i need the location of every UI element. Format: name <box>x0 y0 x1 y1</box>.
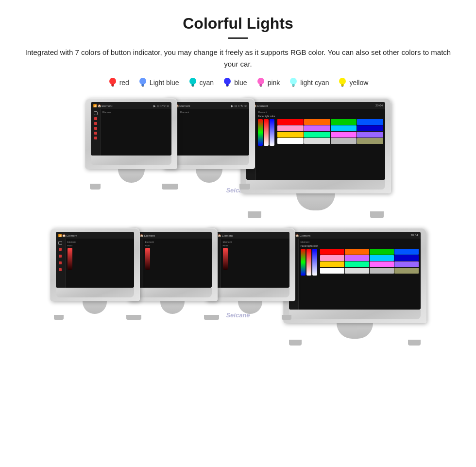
page-title: Colorful Lights <box>183 15 293 33</box>
svg-rect-4 <box>141 84 144 86</box>
color-item-yellow: yellow <box>338 77 368 88</box>
main-area-3: Element Panel light color <box>256 109 385 180</box>
unit-5-body: 📶 🏠 Element Element Panel <box>128 228 218 301</box>
color-label-blue: blue <box>234 79 247 86</box>
home-icon-1 <box>94 111 98 115</box>
unit-3: 📶 🏠 Element 20:04 Ele <box>240 98 391 218</box>
description-text: Integrated with 7 colors of button indic… <box>24 47 452 70</box>
unit-2-screen: 📶 🏠 Element ▶ ⊡ ↩ ↻ ⊙ <box>169 102 249 156</box>
svg-point-15 <box>290 78 297 85</box>
nav-icon-1d <box>94 132 97 135</box>
sidebar-1 <box>91 109 101 156</box>
svg-rect-16 <box>292 84 295 86</box>
unit-1: 📶 🏠 Element ▶ ⊡ ↩ ↻ ⊙ <box>85 98 177 190</box>
status-bar-right-3: 20:04 <box>375 104 383 107</box>
unit-3-body: 📶 🏠 Element 20:04 Ele <box>240 98 391 193</box>
status-bar-right-2: ▶ ⊡ ↩ ↻ ⊙ <box>231 104 247 107</box>
status-bar-right-1: ▶ ⊡ ↩ ↻ ⊙ <box>153 104 169 107</box>
panel-label-3: Panel light color <box>258 115 383 118</box>
bulb-icon-pink <box>256 77 266 88</box>
unit-4-body: 📶 🏠 Element Element Panel <box>50 228 140 301</box>
svg-point-9 <box>224 78 231 85</box>
nav-icon-1b <box>94 122 97 125</box>
status-bar-text-1: 📶 🏠 Element <box>93 104 112 107</box>
svg-rect-14 <box>260 86 262 87</box>
svg-rect-5 <box>142 86 144 87</box>
bulb-icon-cyan <box>188 77 198 88</box>
svg-point-3 <box>139 78 146 85</box>
nav-icon-1a <box>94 117 97 120</box>
unit-3-bottom <box>246 180 385 190</box>
color-item-lightcyan: light cyan <box>289 77 329 88</box>
unit-5-screen: 📶 🏠 Element Element Panel <box>134 232 212 288</box>
svg-rect-8 <box>192 86 194 87</box>
unit-1-bottom <box>91 156 171 165</box>
app-label-7: Element <box>301 241 419 243</box>
color-label-lightblue: Light blue <box>150 79 179 86</box>
unit-3-screen: 📶 🏠 Element 20:04 Ele <box>246 102 385 180</box>
color-item-red: red <box>108 77 129 88</box>
unit-1-body: 📶 🏠 Element ▶ ⊡ ↩ ↻ ⊙ <box>85 98 177 169</box>
unit-6: 📶 🏠 Element Element Panel <box>205 228 295 320</box>
status-bar-text-4: 📶 🏠 Element <box>58 234 77 237</box>
bulb-icon-red <box>108 77 118 88</box>
top-screenshot-row: 📶 🏠 Element ▶ ⊡ ↩ ↻ ⊙ <box>10 98 466 218</box>
unit-4-screen: 📶 🏠 Element Element Panel <box>56 232 134 288</box>
svg-point-12 <box>257 78 264 85</box>
svg-rect-1 <box>111 84 114 86</box>
panel-label-7: Panel light color <box>301 244 419 247</box>
svg-rect-20 <box>341 86 343 87</box>
color-item-cyan: cyan <box>188 77 214 88</box>
main-area-6: Element Panel <box>221 239 289 288</box>
app-label-3: Element <box>258 111 383 114</box>
color-item-pink: pink <box>256 77 280 88</box>
svg-rect-13 <box>259 84 262 86</box>
app-label-1: Element <box>102 111 170 114</box>
unit-6-body: 📶 🏠 Element Element Panel <box>205 228 295 301</box>
unit-4: 📶 🏠 Element Element Panel <box>50 228 140 320</box>
svg-point-6 <box>189 78 196 85</box>
color-item-blue: blue <box>222 77 247 88</box>
svg-point-18 <box>339 78 346 85</box>
bulb-icon-lightcyan <box>289 77 298 88</box>
bulb-icon-blue <box>222 77 232 88</box>
unit-6-screen: 📶 🏠 Element Element Panel <box>211 232 289 288</box>
screenshots-container: 📶 🏠 Element ▶ ⊡ ↩ ↻ ⊙ <box>10 98 466 346</box>
color-label-yellow: yellow <box>349 79 368 86</box>
bulb-icon-yellow <box>338 77 347 88</box>
svg-rect-17 <box>292 86 294 87</box>
app-label-4: Element <box>68 241 132 243</box>
status-bar-right-7: 20:04 <box>410 234 418 237</box>
bulb-icon-lightblue <box>138 77 148 88</box>
color-item-lightblue: Light blue <box>138 77 179 88</box>
svg-rect-10 <box>226 84 229 86</box>
title-divider <box>228 37 248 39</box>
unit-7-screen: 📶 🏠 Element 20:04 Ele <box>289 232 421 310</box>
svg-rect-19 <box>341 84 344 86</box>
unit-5: 📶 🏠 Element Element Panel <box>128 228 218 320</box>
main-area-4: Element Panel <box>66 239 134 288</box>
main-area-5: Element Panel <box>143 239 212 288</box>
main-area-1: Element <box>101 109 171 156</box>
sidebar-4 <box>56 239 66 288</box>
svg-rect-11 <box>226 86 228 87</box>
color-label-cyan: cyan <box>200 79 214 86</box>
app-label-2: Element <box>180 111 247 114</box>
svg-rect-2 <box>112 86 114 87</box>
app-label-6: Element <box>223 241 288 243</box>
nav-icon-1e <box>94 137 97 139</box>
main-area-7: Element Panel light color <box>299 239 421 310</box>
color-label-red: red <box>119 79 129 86</box>
unit-2-bottom <box>169 156 249 165</box>
unit-1-screen: 📶 🏠 Element ▶ ⊡ ↩ ↻ ⊙ <box>91 102 171 156</box>
nav-icon-1c <box>94 127 97 130</box>
color-indicators-row: red Light blue cyan <box>108 77 369 88</box>
unit-7-body: 📶 🏠 Element 20:04 Ele <box>283 228 426 323</box>
color-label-lightcyan: light cyan <box>300 79 329 86</box>
unit-7: 📶 🏠 Element 20:04 Ele <box>283 228 426 346</box>
svg-rect-7 <box>191 84 194 86</box>
app-label-5: Element <box>145 241 210 243</box>
main-area-2: Element <box>178 109 249 156</box>
color-label-pink: pink <box>268 79 280 86</box>
svg-point-0 <box>109 78 116 85</box>
